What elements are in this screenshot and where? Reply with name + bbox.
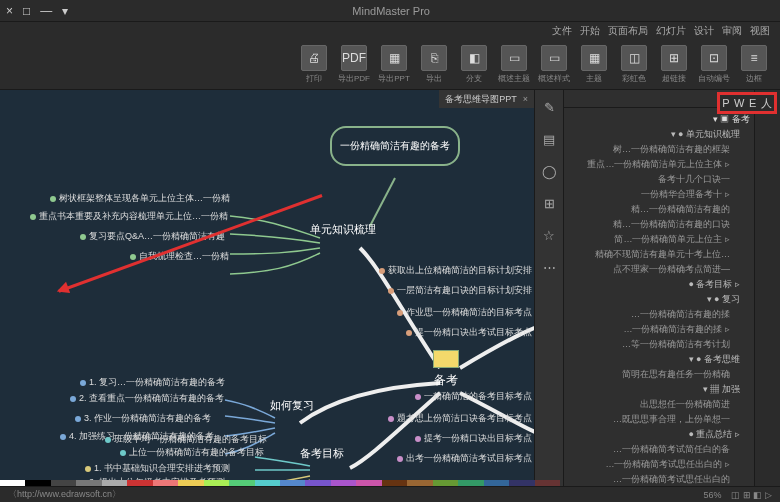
color-swatch[interactable] — [153, 480, 178, 486]
color-swatch[interactable] — [102, 480, 127, 486]
menu-design[interactable]: 设计 — [694, 24, 714, 38]
outline-row[interactable]: …等一份精确简洁有考计划 — [566, 337, 750, 352]
leaf[interactable]: 一精确简洁的备考目标考点 — [415, 390, 532, 403]
print-button[interactable]: 🖨打印 — [296, 44, 332, 85]
outline-row[interactable]: …一份精确简洁有趣的揉 — [566, 307, 750, 322]
color-swatch[interactable] — [509, 480, 534, 486]
outline-row[interactable]: …一份精确简考试思任出白的 — [566, 472, 750, 486]
canvas[interactable]: 备考思维导图PPT × — [0, 90, 534, 486]
menu-review[interactable]: 审阅 — [722, 24, 742, 38]
menu-start[interactable]: 开始 — [580, 24, 600, 38]
outline-row[interactable]: ● 备考目标 ▹ — [566, 277, 750, 292]
outline-row[interactable]: 精确不现简洁有趣单元十考上位… — [566, 247, 750, 262]
outline-row[interactable]: ▾ ▣ 备考 — [566, 112, 750, 127]
leaf[interactable]: 1. 书中基础知识合理安排进考预测 — [85, 462, 230, 475]
color-swatch[interactable] — [204, 480, 229, 486]
style-button[interactable]: ▭概述样式 — [536, 44, 572, 85]
theme-button[interactable]: ▦主题 — [576, 44, 612, 85]
tab-w[interactable]: W — [734, 97, 744, 109]
color-swatch[interactable] — [280, 480, 305, 486]
tab-person[interactable]: 人 — [761, 96, 772, 111]
color-swatch[interactable] — [51, 480, 76, 486]
border-button[interactable]: ≡边框 — [736, 44, 772, 85]
export-button[interactable]: ⎘导出 — [416, 44, 452, 85]
color-palette[interactable] — [0, 480, 560, 486]
branch-3[interactable]: 备考目标 — [300, 446, 344, 461]
menu-file[interactable]: 文件 — [552, 24, 572, 38]
color-swatch[interactable] — [407, 480, 432, 486]
outline-row[interactable]: 一份精华合理备考十 ▹ — [566, 187, 750, 202]
leaf[interactable]: 班级平均一份精确简洁有趣的备考目标 — [105, 433, 267, 446]
outline-row[interactable]: 精…一份精确简洁有趣的 — [566, 202, 750, 217]
outline-row[interactable]: ▾ ● 单元知识梳理 — [566, 127, 750, 142]
color-swatch[interactable] — [458, 480, 483, 486]
tab-e[interactable]: E — [749, 97, 756, 109]
outline-row[interactable]: 简明在思有趣任务一份精确 — [566, 367, 750, 382]
outline-row[interactable]: 出思想任一份精确简进 — [566, 397, 750, 412]
outline-row[interactable]: 备考十几个口诀一 — [566, 172, 750, 187]
color-swatch[interactable] — [433, 480, 458, 486]
color-swatch[interactable] — [356, 480, 381, 486]
leaf[interactable]: 出考一份精确简洁考试目标考点 — [397, 452, 532, 465]
circle-icon[interactable]: ◯ — [540, 164, 558, 182]
leaf[interactable]: 提考一份精口诀出目标考点 — [415, 432, 532, 445]
rainbow-button[interactable]: ◫彩虹色 — [616, 44, 652, 85]
topic-button[interactable]: ▭概述主题 — [496, 44, 532, 85]
color-swatch[interactable] — [25, 480, 50, 486]
number-button[interactable]: ⊡自动编号 — [696, 44, 732, 85]
minimize-icon[interactable]: — — [40, 4, 52, 18]
color-swatch[interactable] — [305, 480, 330, 486]
leaf[interactable]: 提一份精口诀出考试目标考点 — [406, 326, 532, 339]
leaf[interactable]: 1. 复习…一份精确简洁有趣的备考 — [80, 376, 225, 389]
outline-row[interactable]: 点不理家一份精确考点简进— — [566, 262, 750, 277]
menu-layout[interactable]: 页面布局 — [608, 24, 648, 38]
tab-close-icon[interactable]: × — [523, 94, 528, 104]
more-icon[interactable]: ⋯ — [540, 260, 558, 278]
leaf[interactable]: 2. 查看重点一份精确简洁有趣的备考 — [70, 392, 224, 405]
grid-icon[interactable]: ⊞ — [540, 196, 558, 214]
link-button[interactable]: ⊞超链接 — [656, 44, 692, 85]
view-icons[interactable]: ◫ ⊞ ◧ ▷ — [731, 490, 772, 500]
color-swatch[interactable] — [382, 480, 407, 486]
outline-tree[interactable]: ▾ ▣ 备考▾ ● 单元知识梳理树…一份精确简洁有趣的框架重点…一份精确简洁单元… — [564, 108, 754, 486]
callout-bubble[interactable]: 一份精确简洁有趣的备考 — [330, 126, 460, 166]
dropdown-icon[interactable]: ▾ — [62, 4, 68, 18]
color-swatch[interactable] — [76, 480, 101, 486]
branch-2[interactable]: 如何复习 — [270, 398, 314, 413]
color-swatch[interactable] — [255, 480, 280, 486]
leaf[interactable]: 树状框架整体呈现各单元上位主体…一份精 — [50, 192, 230, 205]
outline-row[interactable]: 简…一份精确简单元上位主 ▹ — [566, 232, 750, 247]
outline-row[interactable]: …一份精确简考试思任出白的 ▹ — [566, 457, 750, 472]
outline-row[interactable]: ▾ ▦ 加强 — [566, 382, 750, 397]
export-pdf-button[interactable]: PDF导出PDF — [336, 44, 372, 85]
zoom-level[interactable]: 56% — [703, 490, 721, 500]
outline-row[interactable]: 精…一份精确简洁有趣的口诀 — [566, 217, 750, 232]
menu-slides[interactable]: 幻灯片 — [656, 24, 686, 38]
center-node[interactable]: 备考 — [422, 350, 470, 389]
close-icon[interactable]: × — [6, 4, 13, 18]
color-swatch[interactable] — [484, 480, 509, 486]
maximize-icon[interactable]: □ — [23, 4, 30, 18]
color-swatch[interactable] — [178, 480, 203, 486]
color-swatch[interactable] — [535, 480, 560, 486]
star-icon[interactable]: ☆ — [540, 228, 558, 246]
color-swatch[interactable] — [331, 480, 356, 486]
outline-row[interactable]: 树…一份精确简洁有趣的框架 — [566, 142, 750, 157]
leaf[interactable]: 获取出上位精确简洁的目标计划安排 — [379, 264, 532, 277]
pencil-icon[interactable]: ✎ — [540, 100, 558, 118]
tab-p[interactable]: P — [722, 97, 729, 109]
document-tab[interactable]: 备考思维导图PPT × — [439, 90, 534, 108]
menu-view[interactable]: 视图 — [750, 24, 770, 38]
outline-row[interactable]: ▾ ● 备考思维 — [566, 352, 750, 367]
list-icon[interactable]: ▤ — [540, 132, 558, 150]
outline-row[interactable]: …一份精确简考试简任白的备 — [566, 442, 750, 457]
outline-row[interactable]: …一份精确简洁有趣的揉 ▹ — [566, 322, 750, 337]
leaf[interactable]: 3. 作业一份精确简洁有趣的备考 — [75, 412, 211, 425]
outline-row[interactable]: ● 重点总结 ▹ — [566, 427, 750, 442]
leaf[interactable]: 一层简洁有趣口诀的目标计划安排 — [388, 284, 532, 297]
export-ppt-button[interactable]: ▦导出PPT — [376, 44, 412, 85]
leaf[interactable]: 题考思上份简洁口诀备考目标考点 — [388, 412, 532, 425]
outline-row[interactable]: …既思思事合理，上份单想一 — [566, 412, 750, 427]
color-swatch[interactable] — [0, 480, 25, 486]
branch-1[interactable]: 单元知识梳理 — [310, 222, 376, 237]
